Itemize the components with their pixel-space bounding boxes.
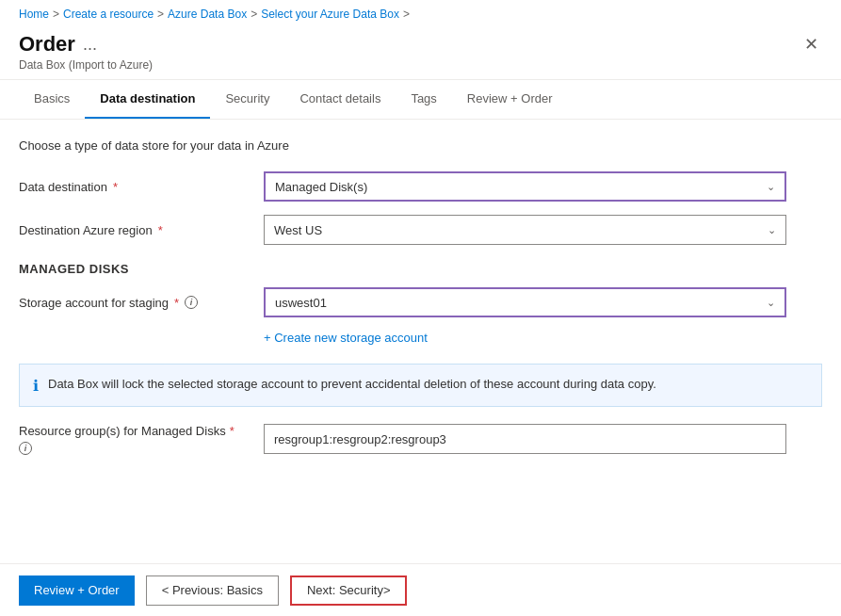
destination-region-value: West US: [274, 223, 322, 237]
resource-group-input[interactable]: [264, 424, 786, 454]
tab-data-destination[interactable]: Data destination: [85, 80, 210, 119]
data-destination-value: Managed Disk(s): [275, 180, 367, 194]
main-content: Choose a type of data store for your dat…: [0, 120, 841, 543]
tab-contact-details[interactable]: Contact details: [284, 80, 396, 119]
destination-region-dropdown[interactable]: West US ⌄: [264, 215, 786, 245]
managed-disks-heading: MANAGED DISKS: [19, 262, 822, 276]
required-star-storage: *: [174, 296, 179, 310]
info-box: ℹ Data Box will lock the selected storag…: [19, 364, 822, 407]
info-circle-icon: ℹ: [33, 377, 39, 395]
required-star-region: *: [158, 223, 163, 237]
data-destination-dropdown[interactable]: Managed Disk(s) ⌄: [264, 171, 786, 202]
breadcrumb-create-resource[interactable]: Create a resource: [63, 8, 154, 21]
info-icon-storage[interactable]: i: [185, 296, 198, 309]
resource-group-label: Resource group(s) for Managed Disks *: [19, 424, 264, 438]
tab-basics[interactable]: Basics: [19, 80, 85, 119]
breadcrumb-home[interactable]: Home: [19, 8, 49, 21]
footer: Review + Order < Previous: Basics Next: …: [0, 563, 841, 616]
breadcrumb-select-data-box[interactable]: Select your Azure Data Box: [261, 8, 399, 21]
storage-account-dropdown[interactable]: uswest01 ⌄: [264, 287, 786, 317]
page-header: Order ... Data Box (Import to Azure) ✕: [0, 28, 841, 80]
previous-button[interactable]: < Previous: Basics: [146, 575, 279, 606]
review-order-button[interactable]: Review + Order: [19, 575, 135, 606]
info-icon-resource-group[interactable]: i: [19, 442, 32, 455]
resource-group-row: Resource group(s) for Managed Disks * i: [19, 424, 822, 455]
create-storage-account-link[interactable]: + Create new storage account: [264, 331, 428, 345]
section-description: Choose a type of data store for your dat…: [19, 138, 822, 153]
tabs: Basics Data destination Security Contact…: [0, 80, 841, 120]
destination-region-label: Destination Azure region *: [19, 223, 264, 237]
breadcrumb-azure-data-box[interactable]: Azure Data Box: [168, 8, 247, 21]
breadcrumb: Home > Create a resource > Azure Data Bo…: [0, 0, 841, 28]
page-subtitle: Data Box (Import to Azure): [19, 58, 153, 72]
chevron-down-icon: ⌄: [768, 224, 776, 236]
chevron-down-icon: ⌄: [767, 181, 775, 193]
tab-review-order[interactable]: Review + Order: [452, 80, 568, 119]
storage-account-label: Storage account for staging * i: [19, 296, 264, 310]
tab-security[interactable]: Security: [210, 80, 284, 119]
destination-region-row: Destination Azure region * West US ⌄: [19, 215, 822, 245]
close-button[interactable]: ✕: [801, 32, 822, 57]
storage-account-row: Storage account for staging * i uswest01…: [19, 287, 822, 317]
chevron-down-icon: ⌄: [767, 297, 775, 309]
page-title: Order: [19, 32, 75, 57]
data-destination-label: Data destination *: [19, 180, 264, 194]
required-star: *: [113, 180, 118, 194]
tab-tags[interactable]: Tags: [396, 80, 451, 119]
storage-account-value: uswest01: [275, 296, 327, 310]
required-star-resource-group: *: [230, 424, 235, 438]
data-destination-row: Data destination * Managed Disk(s) ⌄: [19, 171, 822, 202]
next-security-button[interactable]: Next: Security>: [290, 575, 408, 606]
info-box-text: Data Box will lock the selected storage …: [48, 376, 656, 393]
page-menu-button[interactable]: ...: [83, 35, 97, 55]
